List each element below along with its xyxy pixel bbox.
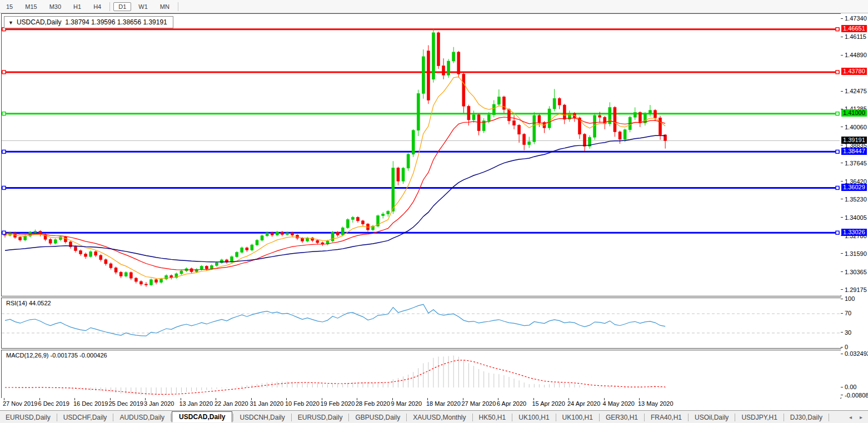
timeframe-button-m15[interactable]: M15 <box>20 2 42 11</box>
timeframe-button-15[interactable]: 15 <box>1 2 18 11</box>
tab-separator <box>512 414 512 421</box>
symbol-tab-usdjpy-h1[interactable]: USDJPY,H1 <box>736 412 782 422</box>
date-label: 6 Dec 2019 <box>38 400 69 407</box>
level-price-label: 1.46651 <box>841 25 867 32</box>
date-label: 18 Mar 2020 <box>426 400 461 407</box>
axis-tick-label: 0.032493 <box>845 350 868 357</box>
level-price-label: 1.36029 <box>841 184 867 191</box>
level-handle[interactable] <box>836 150 839 153</box>
axis-tick-mark <box>841 18 843 19</box>
macd-indicator-panel[interactable]: MACD(12,26,9) -0.001735 -0.000426 <box>1 350 841 399</box>
symbol-tab-usdchf-daily[interactable]: USDCHF,Daily <box>58 412 113 422</box>
axis-tick-mark <box>841 181 843 182</box>
timeframe-button-mn[interactable]: MN <box>155 2 174 11</box>
timeframe-button-d1[interactable]: D1 <box>113 2 131 11</box>
symbol-tab-usdcad-daily[interactable]: USDCAD,Daily <box>172 411 232 422</box>
symbol-tab-eurusd-daily[interactable]: EURUSD,Daily <box>0 412 56 422</box>
timeframe-button-m30[interactable]: M30 <box>44 2 66 11</box>
tab-separator <box>688 414 689 421</box>
tab-scroll-left-icon[interactable]: ◂ <box>849 414 852 420</box>
symbol-tab-uk100-h1[interactable]: UK100,H1 <box>557 412 598 422</box>
symbol-tab-eurusd-daily[interactable]: EURUSD,Daily <box>292 412 348 422</box>
symbol-tab-hk50-h1[interactable]: HK50,H1 <box>473 412 512 422</box>
collapse-chart-icon[interactable]: ▼ <box>8 20 13 26</box>
moving-average-55 <box>5 135 665 262</box>
rsi-axis[interactable]: 10070300 <box>841 298 868 348</box>
tab-separator <box>599 414 600 421</box>
date-label: 25 Dec 2019 <box>109 400 143 407</box>
level-handle[interactable] <box>836 70 839 74</box>
tab-scroll-arrows: ◂▸ <box>849 414 862 420</box>
tab-scroll-right-icon[interactable]: ▸ <box>860 414 862 420</box>
date-axis[interactable]: 27 Nov 20196 Dec 201916 Dec 201925 Dec 2… <box>1 398 840 410</box>
tab-separator <box>233 414 233 421</box>
axis-tick-mark <box>841 313 843 314</box>
level-handle[interactable] <box>836 186 839 189</box>
symbol-tab-gbpusd-daily[interactable]: GBPUSD,Daily <box>350 412 406 422</box>
axis-tick-mark <box>841 217 843 218</box>
symbol-tab-usoil-daily[interactable]: USOil,Daily <box>689 412 734 422</box>
date-label: 13 Jan 2020 <box>179 400 213 407</box>
axis-tick-mark <box>841 91 843 92</box>
rsi-line <box>5 304 665 336</box>
axis-tick-label: 30 <box>845 329 851 336</box>
date-label: 15 Apr 2020 <box>532 400 565 407</box>
tab-separator <box>556 414 556 421</box>
horizontal-level-lines[interactable] <box>2 29 840 233</box>
axis-tick-mark <box>841 127 843 127</box>
level-handle[interactable] <box>2 150 6 153</box>
level-price-label: 1.33026 <box>841 229 867 236</box>
level-handle[interactable] <box>836 28 839 31</box>
timeframe-button-h4[interactable]: H4 <box>88 2 106 11</box>
level-price-label: 1.43780 <box>841 68 867 75</box>
axis-tick-label: 1.40060 <box>845 124 867 130</box>
rsi-indicator-panel[interactable]: RSI(14) 44.0522 <box>1 298 841 349</box>
axis-tick-mark <box>841 387 843 387</box>
macd-axis[interactable]: 0.0324930.00-0.008086 <box>841 350 868 397</box>
level-handle[interactable] <box>836 112 839 115</box>
date-label: 10 Feb 2020 <box>285 400 320 407</box>
chart-title-box[interactable]: ▼USDCAD,Daily 1.38794 1.39596 1.38656 1.… <box>4 16 173 28</box>
symbol-tab-xauusd-monthly[interactable]: XAUUSD,Monthly <box>407 412 471 422</box>
date-label: 13 May 2020 <box>638 400 674 407</box>
axis-tick-mark <box>841 299 843 299</box>
date-label: 27 Mar 2020 <box>462 400 496 407</box>
symbol-tab-bar: EURUSD,DailyUSDCHF,DailyAUDUSD,DailyUSDC… <box>0 410 868 423</box>
symbol-tab-fra40-h1[interactable]: FRA40,H1 <box>645 412 687 422</box>
candlestick-chart[interactable] <box>2 14 840 295</box>
symbol-tab-dj30-daily[interactable]: DJ30,Daily <box>785 412 828 422</box>
tab-separator <box>348 414 349 421</box>
macd-label: MACD(12,26,9) -0.001735 -0.000426 <box>6 352 107 359</box>
price-axis[interactable]: 1.473401.461151.448901.424751.412851.400… <box>841 13 868 295</box>
symbol-tab-ger30-h1[interactable]: GER30,H1 <box>600 412 643 422</box>
date-label: 16 Dec 2019 <box>73 400 108 407</box>
symbol-tab-audusd-daily[interactable]: AUDUSD,Daily <box>114 412 170 422</box>
level-handle[interactable] <box>2 186 6 189</box>
date-label: 6 Apr 2020 <box>497 400 526 407</box>
tab-separator <box>735 414 735 421</box>
symbol-tab-usdcnh-daily[interactable]: USDCNH,Daily <box>234 412 290 422</box>
chart-ohlc-values: 1.38794 1.39596 1.38656 1.39191 <box>65 18 167 26</box>
macd-signal-line <box>5 360 665 395</box>
level-handle[interactable] <box>836 231 839 234</box>
axis-tick-label: 1.34005 <box>845 214 867 221</box>
symbol-tab-uk100-h1[interactable]: UK100,H1 <box>513 412 555 422</box>
level-handle[interactable] <box>2 112 6 115</box>
timeframe-button-h1[interactable]: H1 <box>68 2 86 11</box>
timeframe-toolbar: 15M15M30H1H4D1W1MN <box>0 0 868 13</box>
level-handle[interactable] <box>2 70 6 74</box>
price-chart-panel[interactable]: ▼USDCAD,Daily 1.38794 1.39596 1.38656 1.… <box>1 13 841 296</box>
axis-tick-mark <box>841 163 843 163</box>
date-label: 31 Jan 2020 <box>250 400 284 407</box>
axis-tick-mark <box>841 347 843 348</box>
level-price-label: 1.38447 <box>841 148 867 155</box>
date-label: 9 Mar 2020 <box>391 400 422 407</box>
rsi-label: RSI(14) 44.0522 <box>6 300 51 306</box>
level-handle[interactable] <box>2 231 6 234</box>
timeframe-button-w1[interactable]: W1 <box>133 2 153 11</box>
axis-tick-label: 70 <box>845 310 851 316</box>
axis-tick-label: 1.42475 <box>845 88 867 94</box>
axis-tick-mark <box>841 37 843 37</box>
tab-separator <box>829 414 829 421</box>
axis-tick-label: 100 <box>845 295 855 302</box>
